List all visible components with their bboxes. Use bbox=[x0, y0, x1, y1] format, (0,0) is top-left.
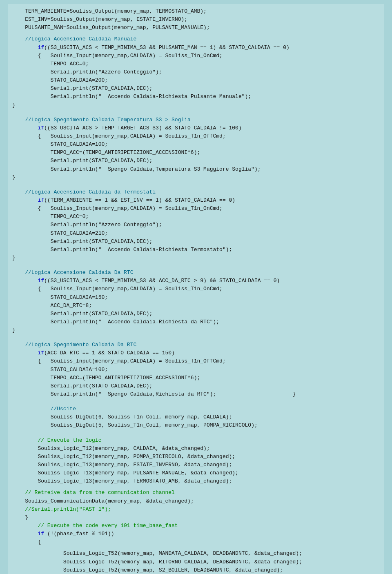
code-line bbox=[8, 546, 384, 550]
code-line: Souliss_DigOut(5, Souliss_T1n_Coil, memo… bbox=[8, 421, 384, 429]
code-line: { Souliss_Input(memory_map,CALDAIA) = So… bbox=[8, 52, 384, 60]
code-line: STATO_CALDAIA=200; bbox=[8, 76, 384, 85]
code-line: Serial.println(" Accendo Caldaia-Richies… bbox=[8, 93, 384, 101]
code-line: Souliss_Logic_T13(memory_map, PULSANTE_M… bbox=[8, 469, 384, 477]
code-line: TEMPO_ACC=0; bbox=[8, 60, 384, 68]
code-line: STATO_CALDAIA=100; bbox=[8, 140, 384, 149]
code-line: if (!(phase_fast % 101)) bbox=[8, 530, 384, 538]
code-line: { Souliss_Input(memory_map,CALDAIA) = So… bbox=[8, 285, 384, 293]
code-line: Souliss_DigOut(6, Souliss_T1n_Coil, memo… bbox=[8, 413, 384, 421]
code-line: Serial.println(" Spengo Caldaia,Richiest… bbox=[8, 390, 384, 398]
code-line: // Retreive data from the communication … bbox=[8, 489, 384, 497]
code-line: if((TERM_AMBIENTE == 1 && EST_INV == 1) … bbox=[8, 196, 384, 205]
code-line: Souliss_Logic_T13(memory_map, TERMOSTATO… bbox=[8, 477, 384, 485]
code-line: //Uscite bbox=[8, 405, 384, 413]
code-line bbox=[8, 182, 384, 185]
code-line: Serial.print(STATO_CALDAIA,DEC); bbox=[8, 157, 384, 165]
code-line: TEMPO_ACC=(TEMPO_ANTIRIPETIZIONE_ACCENSI… bbox=[8, 149, 384, 157]
code-line bbox=[8, 113, 384, 116]
code-line: } bbox=[8, 326, 384, 334]
code-line: Souliss_Logic_T52(memory_map, S2_BOILER,… bbox=[8, 566, 384, 574]
code-line: Serial.print(STATO_CALDAIA,DEC); bbox=[8, 310, 384, 318]
code-line: Serial.print(STATO_CALDAIA,DEC); bbox=[8, 382, 384, 390]
code-line: Souliss_Logic_T12(memory_map, POMPA_RICI… bbox=[8, 453, 384, 461]
code-line: //Logica Spegnimento Caldaia Temperatura… bbox=[8, 116, 384, 124]
code-line: Souliss_Logic_T13(memory_map, ESTATE_INV… bbox=[8, 461, 384, 469]
code-line: Serial.println(" Accendo Caldaia-Richies… bbox=[8, 246, 384, 254]
code-line: } bbox=[8, 254, 384, 262]
code-line: //Logica Accensione Caldaia Manuale bbox=[8, 35, 384, 43]
code-line: TEMPO_ACC=0; bbox=[8, 213, 384, 221]
code-line bbox=[8, 402, 384, 405]
code-line: STATO_CALDAIA=150; bbox=[8, 294, 384, 302]
code-line: Souliss_Logic_T52(memory_map, MANDATA_CA… bbox=[8, 550, 384, 558]
code-line bbox=[8, 32, 384, 35]
code-line: //Logica Spegnimento Caldaia Da RTC bbox=[8, 341, 384, 349]
code-line: STATO_CALDAIA=210; bbox=[8, 229, 384, 238]
code-line bbox=[8, 485, 384, 489]
code-line bbox=[8, 109, 384, 113]
code-line bbox=[8, 430, 384, 433]
code-line: Serial.println("Azzero Conteggio"); bbox=[8, 221, 384, 229]
code-line: if((S3_USCITA_ACS < TEMP_MINIMA_S3 && PU… bbox=[8, 44, 384, 52]
code-line: //Serial.println("FAST 1"); bbox=[8, 505, 384, 514]
code-line bbox=[8, 262, 384, 265]
code-line bbox=[8, 398, 384, 402]
code-line: { Souliss_Input(memory_map,CALDAIA) = So… bbox=[8, 132, 384, 140]
code-line bbox=[8, 338, 384, 341]
code-line: { Souliss_Input(memory_map,CALDAIA) = So… bbox=[8, 205, 384, 213]
code-line: Souliss_Logic_T12(memory_map, CALDAIA, &… bbox=[8, 445, 384, 453]
code-line: if((S3_USCITA_ACS < TEMP_MINIMA_S3 && AC… bbox=[8, 277, 384, 285]
code-line: TERM_AMBIENTE=Souliss_Output(memory_map,… bbox=[8, 7, 384, 16]
code-line: PULSANTE_MAN=Souliss_Output(memory_map, … bbox=[8, 24, 384, 32]
code-line: Serial.println(" Accendo Caldaia-Richies… bbox=[8, 318, 384, 326]
code-line: } bbox=[8, 101, 384, 109]
code-line: EST_INV=Souliss_Output(memory_map, ESTAT… bbox=[8, 16, 384, 24]
code-line: // Execute the logic bbox=[8, 436, 384, 445]
code-line: Serial.print(STATO_CALDAIA,DEC); bbox=[8, 238, 384, 246]
code-line: } bbox=[8, 174, 384, 182]
code-container: TERM_AMBIENTE=Souliss_Output(memory_map,… bbox=[8, 4, 384, 574]
code-line: if((S3_USCITA_ACS > TEMP_TARGET_ACS_S3) … bbox=[8, 124, 384, 132]
code-line: Serial.print(STATO_CALDAIA,DEC); bbox=[8, 85, 384, 93]
code-line bbox=[8, 433, 384, 436]
code-line: { bbox=[8, 538, 384, 546]
code-line: //Logica Accensione Caldaia Da RTC bbox=[8, 269, 384, 277]
code-line: Serial.println(" Spengo Caldaia,Temperat… bbox=[8, 165, 384, 174]
code-line: STATO_CALDAIA=100; bbox=[8, 366, 384, 374]
code-line bbox=[8, 265, 384, 269]
code-line: TEMPO_ACC=(TEMPO_ANTIRIPETIZIONE_ACCENSI… bbox=[8, 374, 384, 382]
code-line bbox=[8, 334, 384, 338]
code-line: ACC_DA_RTC=8; bbox=[8, 302, 384, 310]
code-line: Serial.println("Azzero Conteggio"); bbox=[8, 68, 384, 76]
code-line: Souliss_Logic_T52(memory_map, RITORNO_CA… bbox=[8, 558, 384, 566]
code-line: //Logica Accensione Caldaia da Termostat… bbox=[8, 188, 384, 196]
code-line: Souliss_CommunicationData(memory_map, &d… bbox=[8, 497, 384, 505]
code-line bbox=[8, 185, 384, 188]
code-line: if(ACC_DA_RTC == 1 && STATO_CALDAIA == 1… bbox=[8, 349, 384, 357]
code-line: // Execute the code every 101 time_base_… bbox=[8, 522, 384, 530]
code-line: { Souliss_Input(memory_map,CALDAIA) = So… bbox=[8, 357, 384, 365]
code-line: } bbox=[8, 514, 384, 522]
code-content: TERM_AMBIENTE=Souliss_Output(memory_map,… bbox=[8, 7, 384, 574]
